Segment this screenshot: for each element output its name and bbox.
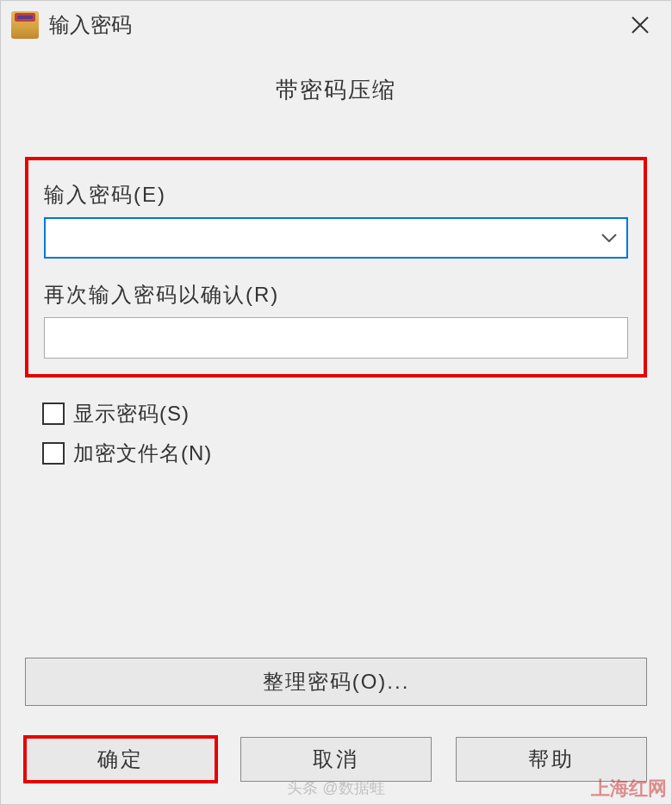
close-icon: [630, 15, 650, 35]
password-fields-highlight: 输入密码(E) 再次输入密码以确认(R): [25, 157, 647, 378]
password-dialog: 输入密码 带密码压缩 输入密码(E) 再次输入密码以确认(R) 显示密码(S) …: [0, 0, 672, 805]
cancel-button[interactable]: 取消: [240, 737, 432, 782]
dialog-body: 带密码压缩 输入密码(E) 再次输入密码以确认(R) 显示密码(S) 加密文件名…: [1, 49, 671, 723]
organize-passwords-button[interactable]: 整理密码(O)...: [25, 658, 647, 706]
show-password-label: 显示密码(S): [73, 400, 190, 427]
ok-button[interactable]: 确定: [25, 737, 216, 782]
password-input[interactable]: [46, 219, 592, 257]
password-dropdown-button[interactable]: [592, 219, 626, 257]
show-password-checkbox-row: 显示密码(S): [25, 400, 647, 427]
confirm-password-input[interactable]: [44, 317, 628, 359]
show-password-checkbox[interactable]: [42, 402, 65, 425]
password-combobox[interactable]: [44, 217, 628, 259]
encrypt-filenames-checkbox[interactable]: [42, 442, 65, 465]
chevron-down-icon: [601, 234, 617, 242]
password-label: 输入密码(E): [44, 181, 628, 209]
titlebar: 输入密码: [1, 1, 671, 49]
confirm-password-label: 再次输入密码以确认(R): [44, 281, 628, 309]
help-button[interactable]: 帮助: [456, 737, 647, 782]
encrypt-filenames-checkbox-row: 加密文件名(N): [25, 440, 647, 467]
winrar-icon: [11, 11, 39, 39]
encrypt-filenames-label: 加密文件名(N): [73, 440, 212, 467]
window-title: 输入密码: [49, 11, 619, 39]
close-button[interactable]: [619, 4, 661, 46]
spacer: [25, 479, 647, 658]
button-bar: 确定 取消 帮助: [1, 723, 671, 804]
dialog-heading: 带密码压缩: [25, 75, 647, 105]
